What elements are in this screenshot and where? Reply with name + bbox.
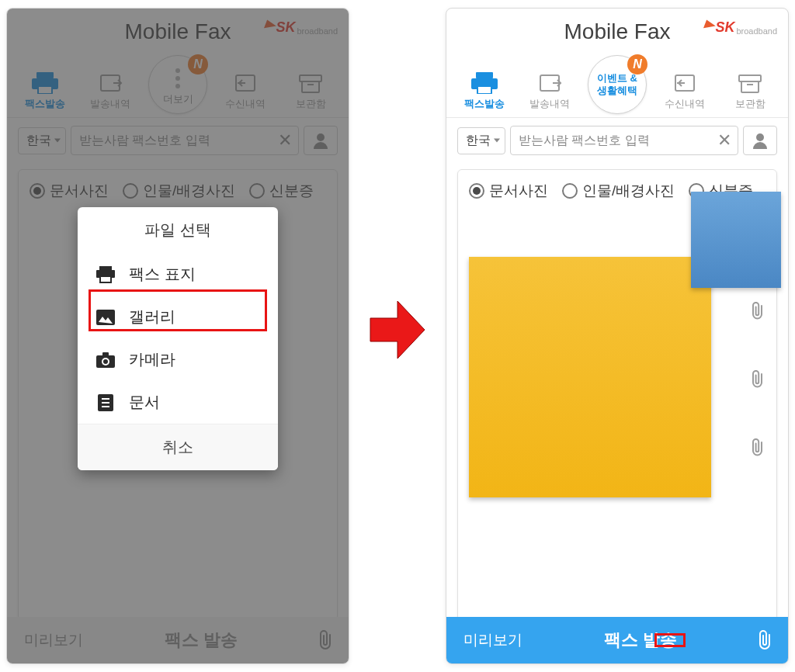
radio-person-photo[interactable]: 인물/배경사진: [562, 181, 675, 201]
left-panel: Mobile Fax SK broadband 팩스발송 발송내역 더보기 N: [6, 8, 349, 664]
printer-icon: [95, 266, 116, 283]
svg-rect-11: [100, 276, 111, 282]
option-camera[interactable]: 카메라: [78, 338, 278, 381]
preview-button[interactable]: 미리보기: [446, 630, 540, 650]
tab-archive[interactable]: 보관함: [723, 74, 777, 111]
svg-rect-26: [739, 75, 761, 81]
new-badge: N: [627, 54, 647, 74]
inbox-icon: [672, 72, 697, 94]
document-icon: [95, 394, 116, 411]
tab-label: 보관함: [735, 97, 765, 111]
svg-point-16: [103, 359, 108, 364]
svg-rect-27: [741, 81, 759, 92]
tab-label: 수신내역: [665, 97, 705, 111]
attach-button[interactable]: [741, 630, 788, 650]
tab-events[interactable]: 이벤트 & 생활혜택 N: [588, 55, 647, 114]
archive-icon: [738, 74, 762, 94]
paperclip-icon: [755, 630, 774, 650]
app-title: Mobile Fax: [564, 19, 671, 44]
svg-rect-23: [477, 86, 491, 94]
recipient-row: 한국 받는사람 팩스번호 입력 ✕: [446, 118, 788, 163]
printer-icon: [471, 72, 498, 94]
attached-image-1[interactable]: [469, 257, 711, 497]
tab-bar: 팩스발송 발송내역 이벤트 & 생활혜택 N 수신내역 보관함: [446, 55, 788, 118]
tab-center-line2: 생활혜택: [597, 85, 637, 97]
option-document[interactable]: 문서: [78, 381, 278, 424]
country-select[interactable]: 한국: [457, 127, 505, 154]
camera-icon: [95, 352, 116, 368]
svg-rect-9: [99, 266, 112, 270]
attached-image-2[interactable]: [691, 192, 781, 288]
attachment-slots: [748, 302, 765, 460]
dialog-title: 파일 선택: [78, 207, 278, 253]
right-panel: Mobile Fax SK broadband 팩스발송 발송내역 이벤트 & …: [446, 8, 789, 664]
arrow-icon: [366, 295, 429, 365]
paperclip-icon[interactable]: [748, 438, 765, 460]
bottom-bar: 미리보기 팩스 발송: [446, 617, 788, 663]
dialog-cancel[interactable]: 취소: [78, 424, 278, 470]
clear-icon[interactable]: ✕: [717, 130, 731, 151]
file-select-dialog: 파일 선택 팩스 표지 갤러리 카메라 문서 취소: [78, 207, 278, 470]
tab-label: 발송내역: [529, 97, 570, 111]
radio-icon: [469, 183, 484, 199]
send-fax-button[interactable]: 팩스 발송: [540, 629, 741, 652]
person-icon: [752, 132, 768, 149]
paperclip-icon[interactable]: [748, 302, 765, 324]
sk-logo: SK broadband: [703, 19, 777, 36]
placeholder: 받는사람 팩스번호 입력: [519, 133, 650, 149]
radio-document-photo[interactable]: 문서사진: [469, 181, 548, 201]
fax-number-input[interactable]: 받는사람 팩스번호 입력 ✕: [510, 126, 738, 155]
gallery-icon: [95, 310, 116, 325]
tab-label: 팩스발송: [464, 97, 505, 111]
header: Mobile Fax SK broadband: [446, 9, 788, 55]
contacts-button[interactable]: [743, 126, 777, 155]
tab-fax-send[interactable]: 팩스발송: [457, 72, 512, 111]
option-fax-cover[interactable]: 팩스 표지: [78, 253, 278, 296]
svg-point-29: [756, 133, 764, 141]
svg-rect-21: [476, 72, 493, 78]
paperclip-icon[interactable]: [748, 370, 765, 392]
tab-sent-history[interactable]: 발송내역: [522, 72, 577, 111]
tab-received[interactable]: 수신내역: [658, 72, 712, 111]
document-card: 문서사진 인물/배경사진 신분증: [457, 169, 777, 621]
option-gallery[interactable]: 갤러리: [78, 296, 278, 338]
svg-rect-14: [102, 352, 109, 356]
outbox-icon: [537, 72, 562, 94]
radio-icon: [562, 183, 578, 199]
tab-center-line1: 이벤트 &: [597, 72, 637, 85]
